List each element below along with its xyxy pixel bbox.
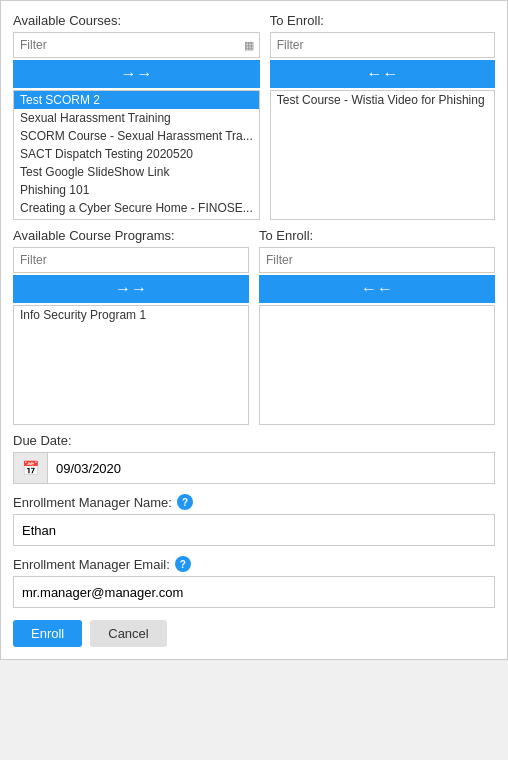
available-course-item[interactable]: Creating a Cyber Secure Home - FINOSE... bbox=[14, 199, 259, 217]
to-enroll-courses-list[interactable]: Test Course - Wistia Video for Phishing bbox=[270, 90, 495, 220]
move-courses-left-btn[interactable]: ←← bbox=[270, 60, 495, 88]
available-courses-list[interactable]: Test SCORM 2 Sexual Harassment Training … bbox=[13, 90, 260, 220]
to-enroll-programs-filter-input[interactable] bbox=[259, 247, 495, 273]
manager-email-section: Enrollment Manager Email: ? bbox=[13, 556, 495, 608]
move-programs-right-btn[interactable]: →→ bbox=[13, 275, 249, 303]
to-enroll-courses-filter-input[interactable] bbox=[270, 32, 495, 58]
available-course-item[interactable]: Sexual Harassment Training bbox=[14, 109, 259, 127]
calendar-icon-btn[interactable]: 📅 bbox=[14, 453, 48, 483]
manager-email-help-icon[interactable]: ? bbox=[175, 556, 191, 572]
available-course-item[interactable]: Test SCORM 2 bbox=[14, 91, 259, 109]
manager-email-input[interactable] bbox=[13, 576, 495, 608]
available-programs-col: Available Course Programs: →→ Info Secur… bbox=[13, 228, 249, 425]
available-programs-filter-input[interactable] bbox=[13, 247, 249, 273]
due-date-section: Due Date: 📅 bbox=[13, 433, 495, 484]
enrolled-course-item[interactable]: Test Course - Wistia Video for Phishing bbox=[271, 91, 494, 109]
available-courses-label: Available Courses: bbox=[13, 13, 260, 28]
enroll-button[interactable]: Enroll bbox=[13, 620, 82, 647]
main-container: Available Courses: ▦ →→ Test SCORM 2 Sex… bbox=[0, 0, 508, 660]
manager-name-section: Enrollment Manager Name: ? bbox=[13, 494, 495, 546]
available-courses-filter-wrapper: ▦ bbox=[13, 32, 260, 58]
available-courses-col: Available Courses: ▦ →→ Test SCORM 2 Sex… bbox=[13, 13, 260, 220]
manager-email-label: Enrollment Manager Email: ? bbox=[13, 556, 495, 572]
courses-section: Available Courses: ▦ →→ Test SCORM 2 Sex… bbox=[13, 13, 495, 220]
available-course-item[interactable]: Big Old test bbox=[14, 217, 259, 220]
action-buttons-row: Enroll Cancel bbox=[13, 620, 495, 647]
available-programs-list[interactable]: Info Security Program 1 bbox=[13, 305, 249, 425]
to-enroll-courses-filter-wrapper bbox=[270, 32, 495, 58]
due-date-label: Due Date: bbox=[13, 433, 495, 448]
available-course-item[interactable]: Test Google SlideShow Link bbox=[14, 163, 259, 181]
to-enroll-courses-label: To Enroll: bbox=[270, 13, 495, 28]
available-courses-filter-input[interactable] bbox=[13, 32, 260, 58]
to-enroll-courses-col: To Enroll: ←← Test Course - Wistia Video… bbox=[270, 13, 495, 220]
available-course-item[interactable]: SCORM Course - Sexual Harassment Tra... bbox=[14, 127, 259, 145]
programs-section: Available Course Programs: →→ Info Secur… bbox=[13, 228, 495, 425]
move-courses-right-btn[interactable]: →→ bbox=[13, 60, 260, 88]
available-course-item[interactable]: SACT Dispatch Testing 2020520 bbox=[14, 145, 259, 163]
to-enroll-programs-list[interactable] bbox=[259, 305, 495, 425]
manager-name-label: Enrollment Manager Name: ? bbox=[13, 494, 495, 510]
to-enroll-programs-col: To Enroll: ←← bbox=[259, 228, 495, 425]
available-program-item[interactable]: Info Security Program 1 bbox=[14, 306, 248, 324]
manager-name-help-icon[interactable]: ? bbox=[177, 494, 193, 510]
available-course-item[interactable]: Phishing 101 bbox=[14, 181, 259, 199]
cancel-button[interactable]: Cancel bbox=[90, 620, 166, 647]
manager-name-input[interactable] bbox=[13, 514, 495, 546]
date-picker-wrapper: 📅 bbox=[13, 452, 495, 484]
available-programs-label: Available Course Programs: bbox=[13, 228, 249, 243]
available-programs-filter-wrapper bbox=[13, 247, 249, 273]
move-programs-left-btn[interactable]: ←← bbox=[259, 275, 495, 303]
due-date-input[interactable] bbox=[48, 453, 494, 483]
to-enroll-programs-label: To Enroll: bbox=[259, 228, 495, 243]
filter-icon: ▦ bbox=[244, 39, 254, 52]
to-enroll-programs-filter-wrapper bbox=[259, 247, 495, 273]
calendar-icon: 📅 bbox=[22, 460, 39, 476]
